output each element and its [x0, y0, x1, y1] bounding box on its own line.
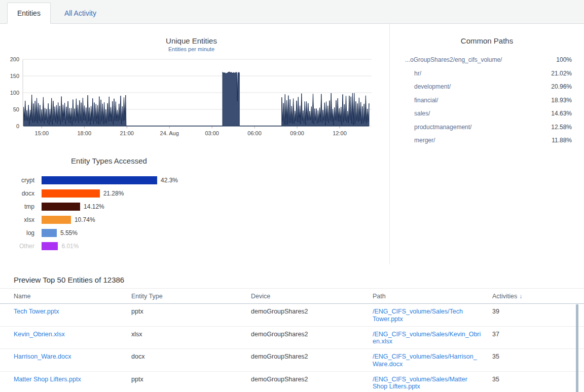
bar-segment[interactable]	[42, 176, 157, 184]
svg-text:0: 0	[16, 123, 19, 129]
entity-name-cell: Harrison_Ware.docx	[14, 353, 120, 361]
svg-text:09:00: 09:00	[290, 130, 304, 136]
common-paths-list: ...oGroupShares2/eng_cifs_volume/100%hr/…	[390, 53, 584, 147]
dashboard-top-section: Unique Entities Entities per minute 0501…	[0, 24, 584, 264]
bar-segment[interactable]	[42, 189, 100, 198]
bar-value-label: 10.74%	[75, 216, 95, 223]
entity-type-bar-row: docx21.28%	[0, 189, 218, 198]
common-path-percent: 100%	[556, 56, 572, 63]
bar-category-label: docx	[0, 190, 34, 197]
entity-type-cell: pptx	[131, 376, 251, 383]
path-cell: /ENG_CIFS_volume/Sales/Kevin_Obrien.xlsx	[373, 331, 481, 346]
device-cell: demoGroupShares2	[251, 353, 373, 360]
svg-text:06:00: 06:00	[247, 130, 262, 136]
common-path-percent: 20.96%	[551, 83, 572, 90]
device-cell: demoGroupShares2	[251, 376, 373, 383]
path-cell: /ENG_CIFS_volume/Sales/Harrison_Ware.doc…	[373, 353, 481, 368]
bar-value-label: 42.3%	[161, 177, 178, 184]
entity-types-chart: Entity Types Accessed crypt42.3%docx21.2…	[0, 156, 218, 250]
bar-segment[interactable]	[42, 242, 58, 250]
common-path-link[interactable]: productmanagement/	[414, 124, 471, 131]
bar-segment[interactable]	[42, 216, 71, 224]
bar-category-label: xlsx	[0, 216, 34, 223]
entity-type-cell: pptx	[131, 308, 251, 315]
common-path-link[interactable]: development/	[414, 83, 451, 90]
preview-title: Preview Top 50 Entities of 12386	[0, 276, 584, 284]
path-cell: /ENG_CIFS_volume/Sales/Tech Tower.pptx	[373, 308, 481, 323]
activities-cell: 35	[492, 376, 584, 383]
activities-cell: 39	[492, 308, 584, 315]
entity-name-cell-link[interactable]: Harrison_Ware.docx	[14, 353, 71, 360]
entity-type-bar-row: xlsx10.74%	[0, 216, 218, 224]
bar-value-label: 14.12%	[84, 203, 104, 210]
sort-desc-icon[interactable]: ↓	[519, 293, 522, 300]
svg-text:200: 200	[10, 56, 19, 62]
table-row: Tech Tower.pptxpptxdemoGroupShares2/ENG_…	[0, 304, 584, 327]
common-paths-title: Common Paths	[390, 36, 584, 45]
unique-entities-subtitle: Entities per minute	[0, 46, 383, 53]
common-path-row: hr/21.02%	[390, 67, 584, 81]
column-header-path[interactable]: Path	[373, 293, 492, 300]
table-scrollbar-thumb[interactable]	[576, 304, 578, 392]
common-path-link[interactable]: hr/	[414, 70, 421, 77]
column-header-device[interactable]: Device	[251, 293, 373, 300]
table-row: Harrison_Ware.docxdocxdemoGroupShares2/E…	[0, 349, 584, 372]
entity-type-bar-row: tmp14.12%	[0, 203, 218, 211]
entity-type-bar-row: Other6.01%	[0, 242, 218, 250]
activities-cell: 35	[492, 353, 584, 360]
svg-text:15:00: 15:00	[35, 130, 49, 136]
bar-category-label: log	[0, 229, 34, 237]
common-path-percent: 12.58%	[551, 124, 572, 131]
column-header-entity-type[interactable]: Entity Type	[131, 293, 251, 300]
path-cell-link[interactable]: /ENG_CIFS_volume/Sales/Matter Shop Lifte…	[373, 376, 467, 390]
entity-name-cell: Kevin_Obrien.xlsx	[14, 331, 120, 338]
device-cell: demoGroupShares2	[251, 308, 373, 315]
tab-entities[interactable]: Entities	[7, 3, 51, 24]
common-path-row: ...oGroupShares2/eng_cifs_volume/100%	[390, 53, 584, 67]
entity-name-cell-link[interactable]: Tech Tower.pptx	[14, 308, 59, 315]
path-cell-link[interactable]: /ENG_CIFS_volume/Sales/Kevin_Obrien.xlsx	[373, 331, 481, 345]
entity-type-cell: xlsx	[131, 331, 251, 338]
svg-text:18:00: 18:00	[78, 130, 92, 136]
bar-value-label: 6.01%	[61, 243, 79, 250]
device-cell: demoGroupShares2	[251, 331, 373, 338]
column-header-name[interactable]: Name	[14, 293, 131, 300]
svg-text:21:00: 21:00	[120, 130, 134, 136]
common-path-link[interactable]: financial/	[414, 97, 438, 104]
common-path-percent: 11.88%	[552, 137, 572, 144]
common-path-link[interactable]: ...oGroupShares2/eng_cifs_volume/	[405, 56, 502, 63]
svg-text:100: 100	[10, 90, 19, 96]
entity-type-bar-row: log5.55%	[0, 229, 218, 237]
bar-value-label: 21.28%	[103, 190, 124, 197]
bar-category-label: Other	[0, 243, 34, 250]
bar-segment[interactable]	[42, 229, 57, 237]
svg-text:24. Aug: 24. Aug	[160, 130, 179, 136]
entity-type-cell: docx	[131, 353, 251, 360]
entity-name-cell: Matter Shop Lifters.pptx	[14, 376, 120, 383]
bar-category-label: tmp	[0, 203, 34, 210]
common-path-percent: 14.63%	[551, 110, 572, 117]
entity-types-title: Entity Types Accessed	[0, 156, 218, 165]
path-cell: /ENG_CIFS_volume/Sales/Matter Shop Lifte…	[373, 376, 481, 391]
common-path-link[interactable]: sales/	[414, 110, 430, 117]
bar-value-label: 5.55%	[60, 229, 78, 237]
entity-name-cell-link[interactable]: Kevin_Obrien.xlsx	[14, 331, 65, 338]
svg-text:50: 50	[13, 106, 19, 112]
common-paths-panel: Common Paths ...oGroupShares2/eng_cifs_v…	[390, 24, 584, 264]
entity-type-bars: crypt42.3%docx21.28%tmp14.12%xlsx10.74%l…	[0, 176, 218, 250]
path-cell-link[interactable]: /ENG_CIFS_volume/Sales/Harrison_Ware.doc…	[373, 353, 477, 368]
common-path-percent: 21.02%	[551, 70, 572, 77]
table-header-row: Name Entity Type Device Path Activities↓	[0, 289, 584, 304]
bar-category-label: crypt	[0, 177, 34, 184]
entity-name-cell-link[interactable]: Matter Shop Lifters.pptx	[14, 376, 81, 383]
unique-entities-title: Unique Entities	[0, 36, 383, 45]
common-path-row: productmanagement/12.58%	[390, 121, 584, 134]
path-cell-link[interactable]: /ENG_CIFS_volume/Sales/Tech Tower.pptx	[373, 308, 463, 323]
column-header-activities[interactable]: Activities↓	[492, 293, 584, 300]
unique-entities-chart-header: Unique Entities Entities per minute	[0, 36, 383, 53]
svg-text:03:00: 03:00	[205, 130, 219, 136]
tab-all-activity[interactable]: All Activity	[55, 3, 106, 23]
common-path-link[interactable]: merger/	[414, 137, 435, 144]
bar-segment[interactable]	[42, 203, 80, 211]
common-path-percent: 18.93%	[551, 97, 572, 104]
